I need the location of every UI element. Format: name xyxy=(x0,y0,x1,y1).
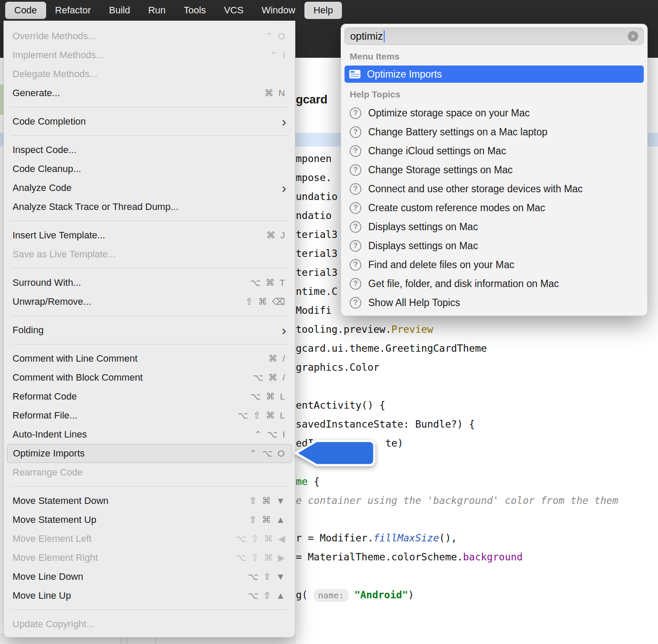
menu-item-label: Analyze Stack Trace or Thread Dump... xyxy=(13,201,286,213)
menu-item-label: Delegate Methods... xyxy=(13,69,286,80)
question-mark-icon: ? xyxy=(350,278,361,290)
menu-item-shortcut: ⌘ N xyxy=(264,88,286,98)
code-menu-item-save-as-live-template: Save as Live Template... xyxy=(4,245,295,264)
code-line: ndatio xyxy=(296,206,332,225)
code-menu-item-optimize-imports[interactable]: Optimize Imports⌃ ⌥ O xyxy=(7,444,292,463)
question-mark-icon: ? xyxy=(350,183,361,195)
menu-card-icon xyxy=(349,69,361,79)
help-topic-displays-settings-on-mac[interactable]: ?Displays settings on Mac xyxy=(345,217,644,236)
menu-separator xyxy=(12,610,287,610)
menu-separator xyxy=(12,344,287,344)
search-result-label: Optimize Imports xyxy=(367,69,442,80)
menu-item-label: Auto-Indent Lines xyxy=(13,429,254,440)
menu-item-shortcut: ⇧ ⌘ ⌫ xyxy=(245,297,286,307)
help-search-field[interactable]: optimiz × xyxy=(345,28,644,45)
menu-item-label: Generate... xyxy=(13,88,264,99)
menu-item-shortcut: ⌃ I xyxy=(270,50,286,60)
menubar-item-vcs[interactable]: VCS xyxy=(215,2,252,19)
code-menu-item-reformat-code[interactable]: Reformat Code⌥ ⌘ L xyxy=(4,387,295,406)
code-line: gcard.ui.theme.GreetingCardTheme xyxy=(296,339,487,358)
help-topic-get-file-folder-and-disk-information-on-mac[interactable]: ?Get file, folder, and disk information … xyxy=(345,274,644,293)
help-topic-displays-settings-on-mac[interactable]: ?Displays settings on Mac xyxy=(345,236,644,255)
code-line: ntime.C xyxy=(296,282,338,301)
menu-item-shortcut: ⇧ ⌘ ▲ xyxy=(249,515,286,525)
code-menu-item-move-element-right: Move Element Right⌥ ⇧ ⌘ ▶ xyxy=(4,548,295,567)
menubar-item-build[interactable]: Build xyxy=(100,2,139,19)
menu-separator xyxy=(12,221,287,221)
help-topic-create-custom-reference-modes-on-mac[interactable]: ?Create custom reference modes on Mac xyxy=(345,198,644,217)
code-menu-item-surround-with[interactable]: Surround With...⌥ ⌘ T xyxy=(4,273,295,292)
menubar-item-window[interactable]: Window xyxy=(253,2,304,19)
code-line: e container using the 'background' color… xyxy=(296,491,618,510)
code-menu-item-move-line-up[interactable]: Move Line Up⌥ ⇧ ▲ xyxy=(4,586,295,605)
code-menu-item-auto-indent-lines[interactable]: Auto-Indent Lines⌃ ⌥ I xyxy=(4,425,295,444)
menu-items-header: Menu Items xyxy=(345,45,644,66)
menubar-item-code[interactable]: Code xyxy=(5,2,46,19)
help-topic-change-battery-settings-on-a-mac-laptop[interactable]: ?Change Battery settings on a Mac laptop xyxy=(345,122,644,141)
help-topic-optimize-storage-space-on-your-mac[interactable]: ?Optimize storage space on your Mac xyxy=(345,103,644,122)
code-line: graphics.Color xyxy=(296,358,379,377)
menu-item-label: Save as Live Template... xyxy=(13,249,286,260)
code-menu: Override Methods...⌃ OImplement Methods.… xyxy=(3,21,295,638)
code-menu-item-analyze-code[interactable]: Analyze Code› xyxy=(4,178,295,197)
code-menu-item-comment-with-block-comment[interactable]: Comment with Block Comment⌥ ⌘ / xyxy=(4,368,295,387)
menu-item-shortcut: ⌥ ⇧ ▲ xyxy=(248,591,286,601)
menu-item-label: Folding xyxy=(13,325,282,336)
code-menu-item-move-line-down[interactable]: Move Line Down⌥ ⇧ ▼ xyxy=(4,567,295,586)
help-topic-label: Optimize storage space on your Mac xyxy=(368,107,530,119)
menu-item-label: Unwrap/Remove... xyxy=(13,296,245,307)
code-line: savedInstanceState: Bundle?) { xyxy=(296,415,475,434)
question-mark-icon: ? xyxy=(350,240,361,252)
menu-item-shortcut: ⌃ ⌥ I xyxy=(254,429,286,440)
code-menu-item-implement-methods: Implement Methods...⌃ I xyxy=(4,46,295,65)
menubar-item-refactor[interactable]: Refactor xyxy=(46,2,100,19)
menu-separator xyxy=(12,107,287,107)
code-line: mpose. xyxy=(296,168,332,187)
help-topic-label: Displays settings on Mac xyxy=(368,221,478,233)
menubar-item-tools[interactable]: Tools xyxy=(175,2,215,19)
question-mark-icon: ? xyxy=(350,164,361,176)
search-result-optimize-imports[interactable]: Optimize Imports xyxy=(345,66,644,83)
clear-search-button[interactable]: × xyxy=(628,31,638,41)
code-menu-item-move-statement-down[interactable]: Move Statement Down⇧ ⌘ ▼ xyxy=(4,491,295,510)
code-menu-item-move-statement-up[interactable]: Move Statement Up⇧ ⌘ ▲ xyxy=(4,510,295,529)
menu-item-label: Move Statement Up xyxy=(13,514,249,525)
help-topic-change-storage-settings-on-mac[interactable]: ?Change Storage settings on Mac xyxy=(345,160,644,179)
menu-item-label: Comment with Block Comment xyxy=(13,372,253,383)
menu-item-shortcut: ⌥ ⇧ ⌘ ▶ xyxy=(236,553,286,563)
help-topic-find-and-delete-files-on-your-mac[interactable]: ?Find and delete files on your Mac xyxy=(345,255,644,274)
code-menu-item-folding[interactable]: Folding› xyxy=(4,321,295,340)
menu-item-shortcut: ⇧ ⌘ ▼ xyxy=(249,496,286,506)
help-topic-label: Create custom reference modes on Mac xyxy=(368,202,545,214)
menu-separator xyxy=(12,135,287,136)
menu-item-shortcut: ⌥ ⌘ T xyxy=(250,278,286,288)
help-topic-change-icloud-settings-on-mac[interactable]: ?Change iCloud settings on Mac xyxy=(345,141,644,160)
code-line: mponen xyxy=(296,149,332,168)
code-menu-item-analyze-stack-trace-or-thread-dump[interactable]: Analyze Stack Trace or Thread Dump... xyxy=(4,197,295,216)
menu-item-label: Insert Live Template... xyxy=(13,230,266,241)
code-menu-item-generate[interactable]: Generate...⌘ N xyxy=(4,84,295,103)
code-menu-item-unwrap-remove[interactable]: Unwrap/Remove...⇧ ⌘ ⌫ xyxy=(4,292,295,311)
code-menu-item-code-cleanup[interactable]: Code Cleanup... xyxy=(4,159,295,178)
menu-item-shortcut: ⌃ ⌥ O xyxy=(249,448,286,459)
code-line: terial3 xyxy=(296,244,338,263)
question-mark-icon: ? xyxy=(350,126,361,138)
code-line: Modifi xyxy=(296,301,332,320)
menubar-item-help[interactable]: Help xyxy=(304,2,342,19)
help-topic-connect-and-use-other-storage-devices-with-mac[interactable]: ?Connect and use other storage devices w… xyxy=(345,179,644,198)
help-topic-label: Change Storage settings on Mac xyxy=(368,164,513,176)
submenu-chevron-icon: › xyxy=(282,179,286,197)
code-menu-item-comment-with-line-comment[interactable]: Comment with Line Comment⌘ / xyxy=(4,349,295,368)
question-mark-icon: ? xyxy=(350,259,361,271)
menu-item-shortcut: ⌥ ⇧ ▼ xyxy=(248,572,286,582)
code-menu-item-inspect-code[interactable]: Inspect Code... xyxy=(4,141,295,159)
code-menu-item-insert-live-template[interactable]: Insert Live Template...⌘ J xyxy=(4,226,295,245)
help-topic-show-all-help-topics[interactable]: ?Show All Help Topics xyxy=(345,293,644,312)
menu-item-label: Surround With... xyxy=(13,277,250,288)
menubar-item-run[interactable]: Run xyxy=(139,2,175,19)
menu-item-label: Implement Methods... xyxy=(13,50,270,61)
code-menu-item-code-completion[interactable]: Code Completion› xyxy=(4,112,295,131)
code-menu-item-reformat-file[interactable]: Reformat File...⌥ ⇧ ⌘ L xyxy=(4,406,295,425)
menu-item-label: Reformat File... xyxy=(13,410,238,421)
menu-separator xyxy=(12,268,287,269)
